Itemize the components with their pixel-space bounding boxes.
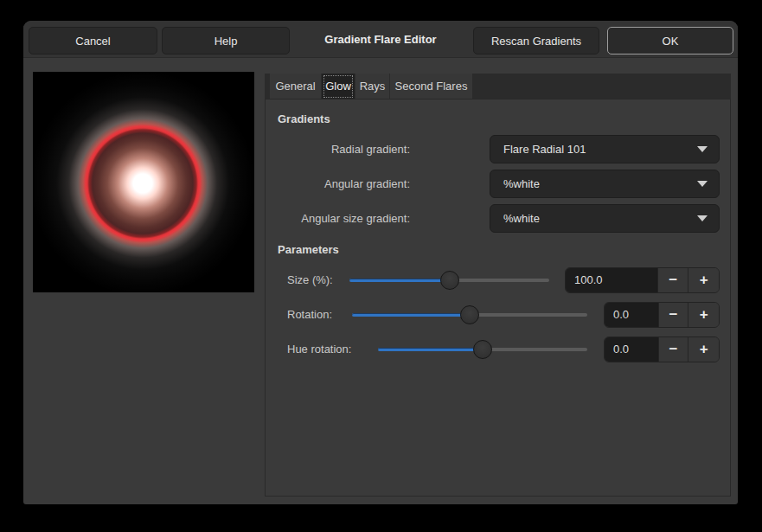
rotation-slider[interactable] bbox=[352, 302, 587, 328]
select-value: Flare Radial 101 bbox=[503, 143, 697, 156]
tab-glow[interactable]: Glow bbox=[322, 74, 355, 99]
radial-gradient-label: Radial gradient: bbox=[266, 135, 410, 163]
size-row: Size (%): 100.0 − + bbox=[266, 267, 730, 293]
angular-size-gradient-label: Angular size gradient: bbox=[266, 204, 410, 233]
tab-general[interactable]: General bbox=[270, 74, 321, 99]
rescan-gradients-button[interactable]: Rescan Gradients bbox=[473, 27, 599, 54]
angular-gradient-row: Angular gradient: %white bbox=[266, 170, 730, 198]
rotation-label: Rotation: bbox=[287, 302, 332, 328]
flare-image bbox=[33, 72, 254, 292]
hue-rotation-row: Hue rotation: 0.0 − + bbox=[266, 337, 730, 362]
rotation-spinbox: 0.0 − + bbox=[604, 302, 720, 328]
chevron-down-icon bbox=[697, 215, 708, 221]
minus-icon[interactable]: − bbox=[658, 303, 688, 327]
select-value: %white bbox=[503, 177, 697, 190]
rotation-row: Rotation: 0.0 − + bbox=[266, 302, 730, 328]
slider-handle[interactable] bbox=[473, 340, 492, 359]
screen: Cancel Help Gradient Flare Editor Rescan… bbox=[0, 0, 762, 532]
angular-gradient-label: Angular gradient: bbox=[266, 170, 410, 198]
plus-icon[interactable]: + bbox=[688, 337, 719, 362]
glow-page: Gradients Radial gradient: Flare Radial … bbox=[265, 99, 731, 497]
angular-gradient-select[interactable]: %white bbox=[490, 170, 720, 198]
radial-gradient-row: Radial gradient: Flare Radial 101 bbox=[266, 135, 730, 163]
parameters-section-header: Parameters bbox=[278, 243, 339, 256]
hue-rotation-spinbox: 0.0 − + bbox=[604, 337, 720, 362]
dialog-body: General Glow Rays Second Flares Gradient… bbox=[23, 59, 738, 504]
angular-size-gradient-row: Angular size gradient: %white bbox=[266, 204, 730, 233]
radial-gradient-select[interactable]: Flare Radial 101 bbox=[490, 135, 720, 163]
chevron-down-icon bbox=[697, 146, 708, 152]
plus-icon[interactable]: + bbox=[688, 268, 719, 292]
minus-icon[interactable]: − bbox=[657, 268, 688, 292]
ok-button[interactable]: OK bbox=[607, 27, 733, 54]
rotation-value-field[interactable]: 0.0 bbox=[605, 303, 658, 327]
size-value-field[interactable]: 100.0 bbox=[566, 268, 657, 292]
size-label: Size (%): bbox=[287, 267, 333, 293]
tab-second-flares[interactable]: Second Flares bbox=[390, 74, 472, 99]
slider-fill bbox=[352, 313, 470, 317]
angular-size-gradient-select[interactable]: %white bbox=[490, 204, 720, 233]
tab-rays[interactable]: Rays bbox=[355, 74, 389, 99]
help-button[interactable]: Help bbox=[162, 27, 290, 54]
hue-rotation-slider[interactable] bbox=[378, 337, 587, 362]
size-spinbox: 100.0 − + bbox=[565, 267, 720, 293]
tab-bar: General Glow Rays Second Flares bbox=[265, 74, 731, 99]
flare-preview bbox=[33, 72, 254, 292]
plus-icon[interactable]: + bbox=[688, 303, 719, 327]
slider-handle[interactable] bbox=[460, 305, 479, 324]
size-slider[interactable] bbox=[349, 267, 549, 293]
hue-rotation-label: Hue rotation: bbox=[287, 337, 351, 362]
header-bar: Cancel Help Gradient Flare Editor Rescan… bbox=[23, 21, 738, 58]
cancel-button[interactable]: Cancel bbox=[29, 27, 157, 54]
slider-handle[interactable] bbox=[440, 271, 459, 290]
slider-fill bbox=[378, 348, 483, 351]
minus-icon[interactable]: − bbox=[658, 337, 688, 362]
select-value: %white bbox=[503, 212, 697, 225]
gradient-flare-editor-dialog: Cancel Help Gradient Flare Editor Rescan… bbox=[23, 21, 738, 504]
chevron-down-icon bbox=[697, 181, 708, 187]
gradients-section-header: Gradients bbox=[278, 112, 330, 125]
hue-rotation-value-field[interactable]: 0.0 bbox=[605, 337, 658, 362]
slider-fill bbox=[349, 279, 450, 282]
